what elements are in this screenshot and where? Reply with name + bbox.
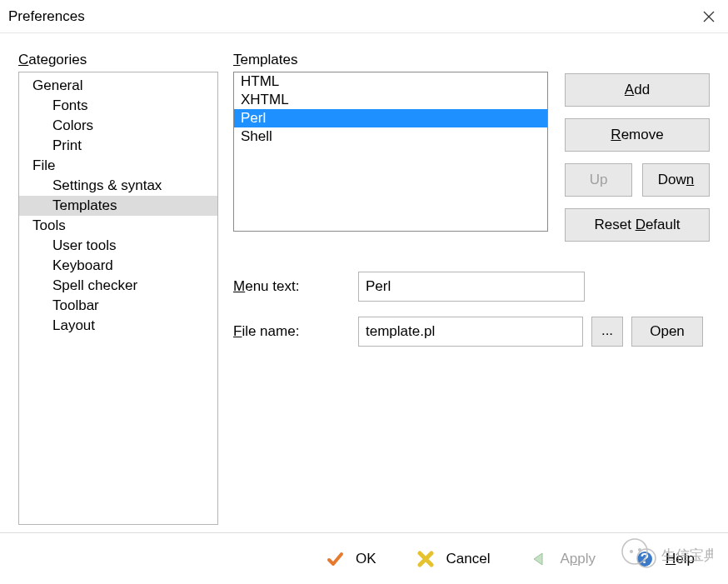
category-item[interactable]: General	[19, 76, 217, 96]
check-icon	[326, 550, 344, 568]
apply-arrow-icon	[530, 550, 548, 568]
file-name-label: File name:	[233, 323, 350, 340]
help-button[interactable]: ? Help	[636, 550, 695, 568]
open-button[interactable]: Open	[631, 317, 703, 347]
template-item[interactable]: XHTML	[234, 91, 547, 109]
category-item[interactable]: Templates	[19, 196, 217, 216]
category-item[interactable]: Layout	[19, 316, 217, 336]
svg-text:?: ?	[641, 551, 649, 567]
category-item[interactable]: Fonts	[19, 96, 217, 116]
category-item[interactable]: Toolbar	[19, 296, 217, 316]
browse-button[interactable]: ...	[591, 317, 623, 347]
categories-label: Categories	[18, 52, 218, 68]
remove-button[interactable]: Remove	[565, 118, 710, 152]
templates-list[interactable]: HTMLXHTMLPerlShell	[233, 72, 548, 232]
category-item[interactable]: Tools	[19, 216, 217, 236]
menu-text-label: Menu text:	[233, 278, 350, 295]
close-button[interactable]	[690, 0, 728, 33]
template-item[interactable]: Shell	[234, 127, 547, 146]
down-button[interactable]: Down	[642, 163, 710, 197]
category-item[interactable]: Settings & syntax	[19, 176, 217, 196]
ok-button[interactable]: OK	[326, 550, 376, 568]
file-name-input[interactable]	[358, 317, 583, 347]
apply-button[interactable]: Apply	[530, 550, 596, 568]
cancel-icon	[416, 550, 435, 568]
category-item[interactable]: Print	[19, 136, 217, 156]
category-item[interactable]: Keyboard	[19, 256, 217, 276]
templates-label: Templates	[233, 52, 548, 68]
menu-text-input[interactable]	[358, 272, 585, 302]
category-item[interactable]: File	[19, 156, 217, 176]
close-icon	[703, 11, 715, 22]
category-item[interactable]: Colors	[19, 116, 217, 136]
window-title: Preferences	[8, 8, 85, 25]
cancel-button[interactable]: Cancel	[416, 550, 491, 568]
category-item[interactable]: Spell checker	[19, 276, 217, 296]
help-icon: ?	[636, 550, 654, 568]
reset-default-button[interactable]: Reset Default	[565, 208, 710, 242]
category-item[interactable]: User tools	[19, 236, 217, 256]
template-item[interactable]: Perl	[234, 109, 547, 127]
categories-list[interactable]: GeneralFontsColorsPrintFileSettings & sy…	[18, 72, 218, 525]
add-button[interactable]: Add	[565, 73, 710, 107]
template-item[interactable]: HTML	[234, 72, 547, 91]
up-button[interactable]: Up	[565, 163, 632, 197]
